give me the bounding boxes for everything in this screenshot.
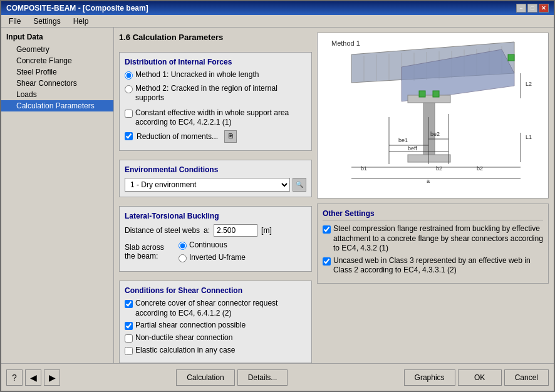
inverted-label: Inverted U-frame [189,253,246,263]
other-label-0: Steel compression flange restrained from… [333,224,543,254]
unit-label: [m] [261,226,272,235]
method2-radio[interactable] [125,85,133,93]
inverted-radio[interactable] [179,254,187,262]
svg-rect-14 [423,98,435,158]
shear-item-1: Partial shear connection possible [125,321,306,331]
sidebar-item-concrete-flange[interactable]: Concrete Flange [1,55,113,66]
main-content: Input Data Geometry Concrete Flange Stee… [1,28,554,363]
distribution-panel: Distribution of Internal Forces Method 1… [119,52,312,151]
left-panel: 1.6 Calculation Parameters Distribution … [119,33,312,358]
shear-label-2: Non-ductile shear connection [135,333,232,343]
constant-width-label: Constant effective width in whole suppor… [135,108,306,128]
menu-bar: File Settings Help [1,15,554,28]
other-label-1: Uncased web in Class 3 represented by an… [333,256,543,276]
title-bar: COMPOSITE-BEAM - [Composite beam] − □ ✕ [1,1,554,15]
env-panel: Environmental Conditions 1 - Dry environ… [119,160,312,197]
close-button[interactable]: ✕ [539,4,549,13]
env-row: 1 - Dry environment 2 - Humid environmen… [125,178,306,192]
svg-text:b2: b2 [477,165,483,172]
menu-settings[interactable]: Settings [28,16,65,27]
minimize-button[interactable]: − [516,4,526,13]
shear-checkbox-1[interactable] [125,322,133,330]
forward-button[interactable]: ▶ [44,369,60,386]
reduction-checkbox[interactable] [125,132,133,140]
svg-rect-17 [419,91,425,97]
lateral-header: Lateral-Torsional Buckling [125,212,306,220]
env-select[interactable]: 1 - Dry environment 2 - Humid environmen… [125,178,290,192]
distance-input[interactable] [214,224,257,237]
footer-center: Calculation Details... [176,369,288,386]
svg-text:L1: L1 [526,134,532,140]
other-checkbox-1[interactable] [323,257,331,266]
other-item-1: Uncased web in Class 3 represented by an… [323,256,543,276]
main-window: COMPOSITE-BEAM - [Composite beam] − □ ✕ … [0,0,555,392]
continuous-label: Continuous [189,240,227,250]
shear-item-0: Concrete cover of shear connector reques… [125,299,306,318]
cancel-button[interactable]: Cancel [504,369,549,386]
distance-label: Distance of steel webs [125,226,200,235]
shear-checkbox-3[interactable] [125,347,133,355]
other-settings-panel: Other Settings Steel compression flange … [317,204,549,284]
svg-rect-19 [508,54,514,61]
lateral-panel: Lateral-Torsional Buckling Distance of s… [119,206,312,272]
slab-row: Slab across the beam: Continuous Inverte… [125,240,306,262]
shear-label-1: Partial shear connection possible [135,321,246,331]
slab-radio-group: Continuous Inverted U-frame [179,240,246,262]
continuous-radio[interactable] [179,242,187,250]
graphics-button[interactable]: Graphics [404,369,455,386]
svg-rect-15 [408,95,450,103]
method1-caption: Method 1 [331,39,360,47]
distribution-header: Distribution of Internal Forces [125,58,306,66]
shear-checkbox-0[interactable] [125,300,133,308]
sidebar-item-loads[interactable]: Loads [1,89,113,100]
svg-text:b1: b1 [361,165,367,172]
section-title: 1.6 Calculation Parameters [119,33,312,42]
back-button[interactable]: ◀ [25,369,41,386]
footer-right: Graphics OK Cancel [404,369,549,386]
window-controls: − □ ✕ [516,4,549,13]
beam-diagram: Method 1 [326,36,539,195]
reduction-label: Reduction of moments... [137,132,218,141]
help-button[interactable]: ? [6,369,23,386]
right-panel: Method 1 [317,33,549,358]
ok-button[interactable]: OK [458,369,502,386]
sidebar-item-shear-connectors[interactable]: Shear Connectors [1,78,113,89]
env-search-button[interactable]: 🔍 [293,178,306,192]
footer-left: ? ◀ ▶ [6,369,60,386]
sidebar-item-geometry[interactable]: Geometry [1,44,113,55]
other-checkbox-0[interactable] [323,225,331,234]
distance-row: Distance of steel webs a: [m] [125,224,306,237]
svg-text:be2: be2 [430,131,440,137]
svg-text:L2: L2 [526,81,532,87]
beam-image-area: Method 1 [317,33,549,199]
footer: ? ◀ ▶ Calculation Details... Graphics OK… [1,363,554,391]
env-header: Environmental Conditions [125,165,306,174]
calculation-button[interactable]: Calculation [176,369,234,386]
method2-label: Method 2: Cracked in the region of inter… [135,84,306,103]
shear-label-0: Concrete cover of shear connector reques… [135,299,306,318]
sidebar-item-steel-profile[interactable]: Steel Profile [1,66,113,78]
shear-item-2: Non-ductile shear connection [125,333,306,343]
method1-label: Method 1: Uncracked in whole length [135,70,259,80]
sidebar-title: Input Data [1,30,113,44]
shear-header: Conditions for Shear Connection [125,286,306,295]
method1-radio[interactable] [125,71,133,80]
svg-rect-18 [433,91,439,97]
reduction-row: Reduction of moments... 🖹 [125,130,306,143]
maximize-button[interactable]: □ [527,4,537,13]
menu-file[interactable]: File [4,16,26,27]
details-button[interactable]: Details... [237,369,288,386]
menu-help[interactable]: Help [68,16,94,27]
shear-checkbox-2[interactable] [125,334,133,343]
constant-width-checkbox[interactable] [125,110,133,118]
svg-text:b2: b2 [436,165,442,172]
method1-item: Method 1: Uncracked in whole length [125,70,306,80]
sidebar-item-calculation-parameters[interactable]: Calculation Parameters [1,100,113,111]
shear-item-3: Elastic calculation in any case [125,346,306,356]
window-title: COMPOSITE-BEAM - [Composite beam] [6,4,148,13]
shear-label-3: Elastic calculation in any case [135,346,235,356]
svg-text:be1: be1 [398,137,408,143]
content-area: 1.6 Calculation Parameters Distribution … [114,28,554,363]
shear-panel: Conditions for Shear Connection Concrete… [119,281,312,363]
reduction-info-button[interactable]: 🖹 [224,130,237,143]
